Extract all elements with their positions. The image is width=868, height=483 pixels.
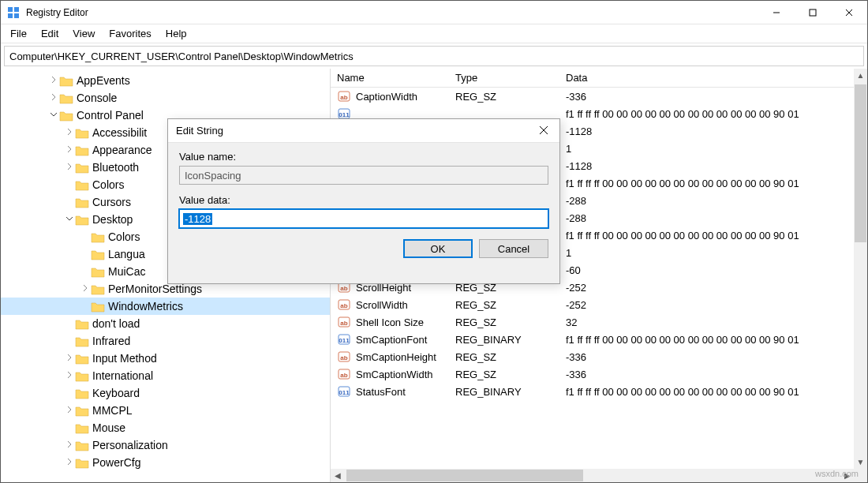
- svg-text:ab: ab: [340, 372, 347, 379]
- dialog-title: Edit String: [176, 125, 536, 137]
- table-row[interactable]: abSmCaptionHeightREG_SZ-336: [331, 348, 867, 365]
- collapse-icon[interactable]: [64, 215, 75, 224]
- value-data-input[interactable]: -1128: [179, 209, 548, 228]
- expand-icon[interactable]: [64, 145, 75, 155]
- dialog-close-button[interactable]: [536, 125, 552, 137]
- horizontal-scrollbar[interactable]: ◀ ▶: [331, 469, 854, 482]
- value-data: -288: [559, 195, 867, 207]
- scroll-left-arrow[interactable]: ◀: [331, 471, 344, 480]
- value-data: f1 ff ff ff 00 00 00 00 00 00 00 00 00 0…: [559, 334, 867, 346]
- table-row[interactable]: abScrollWidthREG_SZ-252: [331, 296, 867, 313]
- list-header: Name Type Data: [331, 69, 867, 88]
- value-type: REG_SZ: [449, 91, 559, 103]
- tree-item[interactable]: International: [1, 367, 330, 384]
- tree-label: Personalization: [92, 439, 168, 451]
- table-row[interactable]: abSmCaptionWidthREG_SZ-336: [331, 365, 867, 383]
- value-type: REG_SZ: [449, 369, 559, 380]
- value-icon: 011: [337, 333, 353, 346]
- value-icon: ab: [337, 298, 353, 311]
- svg-text:ab: ab: [340, 94, 347, 101]
- svg-text:ab: ab: [340, 285, 347, 292]
- value-icon: ab: [337, 90, 353, 103]
- address-path: Computer\HKEY_CURRENT_USER\Control Panel…: [9, 51, 354, 62]
- tree-label: Infrared: [92, 335, 130, 347]
- value-data: -288: [559, 212, 867, 224]
- expand-icon[interactable]: [64, 406, 75, 415]
- tree-label: Desktop: [92, 213, 133, 226]
- tree-item[interactable]: MMCPL: [1, 402, 330, 419]
- menu-favorites[interactable]: Favorites: [103, 26, 157, 41]
- expand-icon[interactable]: [80, 284, 91, 294]
- header-name[interactable]: Name: [331, 72, 449, 84]
- tree-label: Keyboard: [92, 387, 140, 399]
- value-type: REG_SZ: [449, 299, 559, 311]
- svg-rect-0: [8, 7, 13, 12]
- svg-rect-2: [8, 13, 13, 18]
- table-row[interactable]: abShell Icon SizeREG_SZ32: [331, 313, 867, 331]
- tree-item[interactable]: Mouse: [1, 419, 330, 436]
- ok-button[interactable]: OK: [403, 239, 473, 258]
- window-title: Registry Editor: [26, 7, 758, 18]
- value-icon: ab: [337, 316, 353, 328]
- minimize-button[interactable]: [758, 1, 795, 24]
- watermark: wsxdn.com: [815, 469, 859, 478]
- tree-label: Accessibilit: [92, 126, 147, 139]
- value-name: Shell Icon Size: [353, 316, 449, 328]
- expand-icon[interactable]: [48, 93, 59, 103]
- expand-icon[interactable]: [64, 440, 75, 450]
- tree-label: Console: [77, 92, 117, 104]
- dialog-titlebar: Edit String: [168, 119, 559, 143]
- tree-item[interactable]: Infrared: [1, 332, 330, 350]
- tree-label: Colors: [108, 230, 140, 243]
- titlebar: Registry Editor: [1, 1, 867, 24]
- header-data[interactable]: Data: [559, 72, 867, 84]
- app-icon: [7, 6, 20, 19]
- menu-help[interactable]: Help: [159, 26, 193, 41]
- scroll-up-arrow[interactable]: ▲: [854, 69, 867, 82]
- tree-item[interactable]: Console: [1, 89, 330, 107]
- expand-icon[interactable]: [64, 128, 75, 137]
- tree-label: MuiCac: [108, 265, 145, 278]
- svg-rect-5: [810, 9, 816, 16]
- cancel-button[interactable]: Cancel: [479, 239, 548, 258]
- tree-item[interactable]: don't load: [1, 315, 330, 332]
- header-type[interactable]: Type: [449, 72, 559, 84]
- tree-label: WindowMetrics: [108, 300, 183, 313]
- value-type: REG_SZ: [449, 316, 559, 328]
- expand-icon[interactable]: [64, 371, 75, 380]
- tree-label: Mouse: [92, 421, 125, 434]
- expand-icon[interactable]: [64, 458, 75, 467]
- svg-text:ab: ab: [340, 320, 347, 327]
- table-row[interactable]: 011SmCaptionFontREG_BINARYf1 ff ff ff 00…: [331, 331, 867, 348]
- table-row[interactable]: 011StatusFontREG_BINARYf1 ff ff ff 00 00…: [331, 383, 867, 400]
- maximize-button[interactable]: [795, 1, 831, 24]
- svg-text:ab: ab: [340, 354, 347, 361]
- tree-item[interactable]: Keyboard: [1, 384, 330, 402]
- close-button[interactable]: [831, 1, 867, 24]
- value-data: 32: [559, 316, 867, 328]
- value-data: -60: [559, 264, 867, 276]
- tree-item[interactable]: WindowMetrics: [1, 298, 330, 315]
- dialog-body: Value name: Value data: -1128 OK Cancel: [168, 143, 559, 266]
- scroll-thumb-v[interactable]: [855, 84, 866, 242]
- expand-icon[interactable]: [64, 163, 75, 172]
- table-row[interactable]: abCaptionWidthREG_SZ-336: [331, 88, 867, 105]
- menu-edit[interactable]: Edit: [35, 26, 65, 41]
- value-data: f1 ff ff ff 00 00 00 00 00 00 00 00 00 0…: [559, 178, 867, 189]
- expand-icon[interactable]: [64, 354, 75, 363]
- tree-item[interactable]: Personalization: [1, 436, 330, 454]
- collapse-icon[interactable]: [48, 110, 59, 120]
- menu-view[interactable]: View: [66, 26, 101, 41]
- vertical-scrollbar[interactable]: ▲ ▼: [854, 69, 867, 469]
- expand-icon[interactable]: [48, 76, 59, 85]
- scroll-down-arrow[interactable]: ▼: [854, 455, 867, 469]
- scroll-thumb-h[interactable]: [346, 470, 583, 481]
- svg-text:ab: ab: [340, 302, 347, 309]
- menu-file[interactable]: File: [4, 26, 33, 41]
- address-bar[interactable]: Computer\HKEY_CURRENT_USER\Control Panel…: [4, 46, 864, 66]
- tree-item[interactable]: AppEvents: [1, 72, 330, 89]
- value-name: CaptionWidth: [353, 91, 449, 103]
- tree-item[interactable]: Input Method: [1, 350, 330, 367]
- tree-item[interactable]: PowerCfg: [1, 454, 330, 471]
- value-data: f1 ff ff ff 00 00 00 00 00 00 00 00 00 0…: [559, 386, 867, 398]
